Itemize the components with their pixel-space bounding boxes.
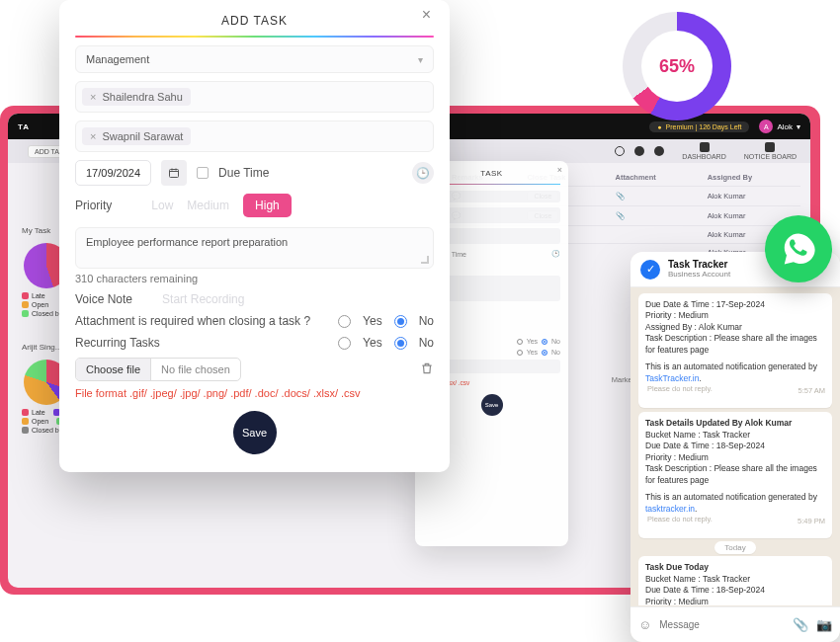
attach-icon[interactable]: 📎 (610, 187, 702, 206)
svg-rect-0 (170, 170, 179, 178)
category-select[interactable]: Management ▾ (75, 45, 434, 73)
verified-badge-icon: ✓ (640, 260, 660, 280)
divider-rainbow (75, 36, 434, 38)
camera-icon[interactable]: 📷 (816, 617, 832, 632)
app-logo: TA (18, 122, 30, 131)
wa-message-input[interactable] (659, 619, 785, 630)
gauge-value: 65% (641, 31, 713, 102)
chevron-down-icon: ▾ (418, 54, 423, 65)
wa-date-separator: Today (638, 542, 832, 552)
recurring-label: Recurring Tasks (75, 336, 326, 350)
wa-message: Task Due Today Bucket Name : Task Tracke… (638, 556, 832, 605)
user-menu[interactable]: A Alok ▾ (759, 120, 800, 133)
wa-contact-name: Task Tracker (668, 260, 730, 270)
wa-message: Due Date & Time : 17-Sep-2024 Priority :… (638, 293, 832, 408)
choose-file-button[interactable]: Choose file (76, 359, 151, 380)
close-icon[interactable]: × (422, 6, 432, 24)
eye-icon[interactable] (615, 146, 625, 156)
modal-title: ADD TASK × (75, 10, 434, 36)
save-button[interactable]: Save (233, 411, 277, 454)
avatar: A (759, 120, 773, 133)
remove-chip-icon[interactable]: × (90, 91, 96, 103)
calendar-icon[interactable] (161, 160, 187, 186)
progress-gauge: 65% (623, 12, 731, 120)
file-name-label: No file chosen (151, 359, 240, 380)
assignee-chip[interactable]: ×Shailendra Sahu (82, 88, 191, 106)
toolbar-icons (615, 146, 664, 156)
col-by[interactable]: Assigned By (702, 169, 800, 187)
priority-medium[interactable]: Medium (187, 195, 229, 216)
wa-message: Task Details Updated By Alok Kumar Bucke… (638, 412, 832, 538)
emoji-icon[interactable]: ☺ (638, 617, 651, 632)
attachment-required-label: Attachment is required when closing a ta… (75, 314, 326, 328)
assignee-field-2[interactable]: ×Swapnil Sarawat (75, 120, 434, 152)
video-icon[interactable] (654, 146, 664, 156)
bell-icon[interactable] (634, 146, 644, 156)
wa-contact-subtitle: Business Account (668, 270, 730, 279)
assignee-chip[interactable]: ×Swapnil Sarawat (82, 127, 191, 145)
modal-add-task: ADD TASK × Management ▾ ×Shailendra Sahu… (59, 0, 450, 472)
priority-low[interactable]: Low (151, 195, 173, 216)
recurring-yes-radio[interactable] (338, 337, 351, 350)
attach-icon[interactable]: 📎 (793, 617, 808, 632)
remove-chip-icon[interactable]: × (90, 130, 96, 142)
premium-pill[interactable]: ●Premium | 126 Days Left (649, 121, 749, 132)
recurring-no-radio[interactable] (394, 337, 407, 350)
clock-icon[interactable]: 🕒 (412, 162, 434, 184)
tab-notice-board[interactable]: NOTICE BOARD (744, 142, 797, 160)
col-attach[interactable]: Attachment (610, 169, 702, 187)
save-button-ghost[interactable]: Save (481, 394, 503, 416)
priority-label: Priority (75, 199, 112, 212)
trash-icon[interactable] (420, 361, 434, 378)
due-time-label: Due Time (218, 166, 269, 180)
description-textarea[interactable]: Employee performance report preparation (75, 227, 434, 269)
whatsapp-composer: ☺ 📎 📷 🎤 (630, 606, 840, 642)
attach-no-radio[interactable] (394, 315, 407, 328)
resize-handle-icon[interactable] (421, 256, 429, 264)
voice-record-button[interactable]: Start Recording (162, 292, 244, 306)
voice-note-label: Voice Note (75, 292, 132, 306)
char-counter: 310 characters remaining (75, 273, 434, 284)
whatsapp-panel: ✓ Task Tracker Business Account Due Date… (630, 252, 840, 642)
attach-yes-radio[interactable] (338, 315, 351, 328)
assignee-field-1[interactable]: ×Shailendra Sahu (75, 81, 434, 113)
priority-high[interactable]: High (243, 194, 292, 217)
user-name: Alok (777, 122, 793, 131)
whatsapp-messages[interactable]: Due Date & Time : 17-Sep-2024 Priority :… (630, 287, 840, 605)
tab-dashboard[interactable]: DASHBOARD (682, 142, 725, 160)
file-input[interactable]: Choose file No file chosen (75, 358, 241, 381)
close-icon[interactable]: × (557, 165, 562, 175)
date-input[interactable]: 17/09/2024 (75, 160, 151, 186)
priority-group: Priority Low Medium High (75, 194, 434, 217)
chevron-down-icon: ▾ (797, 122, 800, 131)
grid-icon (700, 142, 710, 152)
due-time-checkbox[interactable] (197, 167, 209, 179)
file-format-hint: File format .gif/ .jpeg/ .jpg/ .png/ .pd… (75, 387, 434, 399)
briefcase-icon (765, 142, 775, 152)
whatsapp-logo-icon (765, 215, 832, 282)
